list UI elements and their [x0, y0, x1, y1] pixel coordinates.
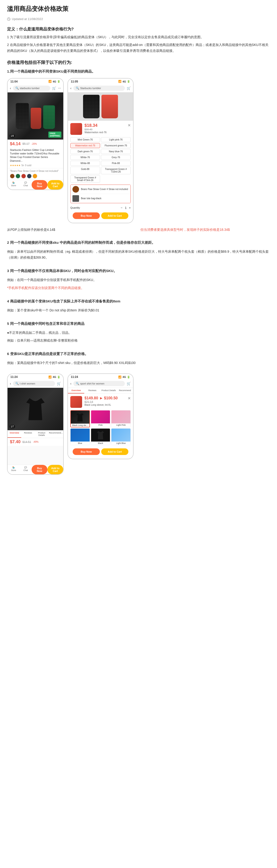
store-tab-l2[interactable]: 🏪 Store: [7, 465, 20, 474]
tab-recommend[interactable]: Recommend...: [48, 430, 63, 438]
modal-product-image: [70, 123, 82, 135]
close-modal-btn-r2[interactable]: ✕: [128, 396, 131, 401]
color-pink88[interactable]: Pink-88: [101, 161, 131, 166]
buy-now-modal[interactable]: Buy Now: [73, 212, 100, 219]
tab-recommend-r2[interactable]: Recommend: [117, 388, 133, 394]
color-grey[interactable]: Grey-76: [101, 155, 131, 160]
clock-icon: [7, 18, 10, 21]
qty-plus[interactable]: +: [129, 206, 131, 210]
chip-green[interactable]: [16, 174, 20, 179]
back-icon-r2[interactable]: ‹: [70, 382, 72, 385]
chat-tab-l2[interactable]: 💬 Chat: [20, 465, 32, 474]
close-modal-btn[interactable]: ✕: [128, 123, 131, 127]
qty-minus[interactable]: −: [121, 206, 123, 210]
tab-reviews-r2[interactable]: Reviews: [84, 388, 101, 394]
chat-tab-left[interactable]: 💬 Chat: [20, 180, 32, 189]
search-bar-left-2[interactable]: 🔍 t shirt women: [13, 381, 55, 386]
tab-reviews[interactable]: Reviews: [21, 430, 35, 438]
search-icon-l2: 🔍: [15, 382, 19, 385]
status-icons-right: 📶 4G 🔋: [118, 80, 130, 83]
chip-dark[interactable]: [27, 174, 32, 179]
thumb-blue[interactable]: Blue: [70, 428, 90, 445]
tab-overview-r2[interactable]: Overview: [68, 388, 84, 394]
discount-badge-left: -20%: [31, 143, 37, 145]
wifi-icon: 4G: [53, 80, 56, 83]
color-fluorescent[interactable]: Fluorescent green-76: [101, 143, 131, 148]
arrow-icon-r2: ▶: [100, 397, 102, 400]
add-cart-modal-r2[interactable]: Add to Cart: [101, 448, 128, 455]
definition-heading: 定义：什么是滥用商品变体价格行为?: [7, 26, 270, 32]
color-gold[interactable]: Gold-88: [70, 167, 100, 174]
qty-controls[interactable]: − 1 +: [121, 206, 131, 210]
left-phone-screen-2: 11:24 📶 4G 🔋 ‹ 🔍 t shirt women 🛒: [7, 374, 63, 474]
signal-icon: 📶: [48, 80, 52, 83]
tab-overview[interactable]: Overview: [7, 430, 21, 438]
search-bar-right-2[interactable]: 🔍 sport shirt for women: [73, 381, 125, 386]
cart-icon-l2[interactable]: 🛒: [57, 382, 61, 385]
back-icon-l2[interactable]: ‹: [10, 382, 11, 385]
back-icon[interactable]: ‹: [10, 86, 11, 90]
left-phone-1: 11:04 📶 4G 🔋 ‹ 🔍 starbucks tumber: [7, 78, 64, 190]
color-darkgreen[interactable]: Dark green-76: [70, 149, 100, 154]
thumb-light-pink[interactable]: Light Pink: [111, 410, 131, 427]
modal-price-info: $18.34 $30.49 Watermelon red-76: [84, 123, 107, 134]
cart-icon-r2[interactable]: 🛒: [127, 382, 131, 385]
color-white88[interactable]: White-88: [70, 161, 100, 166]
buy-now-l2[interactable]: Buy Now: [32, 465, 48, 474]
search-bar-right[interactable]: 🔍 Starbucks tumbler: [73, 86, 125, 91]
qty-section: Quantity − 1 +: [70, 205, 131, 211]
search-icon-r2: 🔍: [76, 382, 79, 385]
cart-icon-right[interactable]: 🛒: [127, 86, 131, 90]
back-icon-r[interactable]: ‹: [70, 86, 72, 90]
special-item-bag[interactable]: Bear tote bag-black: [71, 194, 131, 203]
signal-icon-l2: 📶: [48, 375, 52, 379]
color-watermelon[interactable]: Watermelon red-76: [70, 143, 100, 148]
special-items-section: Bears Paw Straw Cover # Straw not includ…: [70, 185, 131, 203]
color-transparent710[interactable]: Transparent Green # 710ml-26: [101, 167, 131, 174]
search-bar-left[interactable]: 🔍 starbucks tumber: [13, 86, 50, 91]
network-icon-l2: 4G: [53, 375, 56, 378]
color-navyblue[interactable]: Navy blue-76: [101, 149, 131, 154]
product-image-left: FREESHIPPING 1/8: [7, 92, 63, 140]
thumb-light-blue[interactable]: Light Blue: [111, 428, 131, 445]
share-icon-left[interactable]: ⋯: [58, 87, 61, 90]
search-text-l2: t shirt women: [20, 382, 35, 385]
status-bar-right-2: 11:24 📶 4G 🔋: [68, 374, 133, 379]
network-icon-r: 4G: [122, 80, 126, 83]
thumb-black-long[interactable]: Black Long sle...: [70, 410, 90, 427]
thumb-black[interactable]: Black: [91, 428, 110, 445]
battery-icon-l2: 🔋: [57, 375, 60, 379]
color-transparent473[interactable]: Transparent Green # Small 473ml-26: [70, 175, 100, 183]
thumb-black-img: [91, 429, 110, 441]
buy-now-modal-r2[interactable]: Buy Now: [73, 448, 100, 455]
rating-row-left: ★★★★★ 5n 9 sold: [7, 164, 63, 168]
time-left-2: 11:24: [10, 375, 18, 379]
rule-2-title: 2 同一个商品链接的不同变体sku 中的商品是由不同的材料制作而成，但是价格存在…: [7, 240, 270, 245]
add-cart-modal[interactable]: Add to Cart: [101, 212, 128, 219]
color-lightpink[interactable]: Light pink-76: [101, 137, 131, 142]
thumb-pink[interactable]: Pink: [91, 410, 110, 427]
chip-brown[interactable]: [10, 174, 15, 179]
chip-gold[interactable]: [33, 174, 37, 179]
rule-4-block: 4 商品链接中的某个变体SKU包含了实际上并不存在或不准备售卖的Item 例如：…: [7, 299, 270, 313]
status-bar-right: 11:05 📶 4G 🔋: [68, 79, 133, 84]
tab-details-r2[interactable]: Product Details: [101, 388, 117, 394]
bottom-bar-left: 🏪 Store 💬 Chat Buy Now Add to Cart: [7, 180, 63, 189]
special-item-paw[interactable]: Bears Paw Straw Cover # Straw not includ…: [71, 185, 131, 194]
color-mint[interactable]: Mint Green-76: [70, 137, 100, 142]
thumb-black-tshirt2: [97, 431, 104, 439]
store-tab-left[interactable]: 🏪 Store: [7, 180, 20, 189]
add-cart-l2[interactable]: Add to Cart: [48, 465, 63, 474]
right-phone-1: 11:05 📶 4G 🔋 ‹ 🔍 Starbucks tumbler: [67, 78, 134, 223]
buy-now-btn-left[interactable]: Buy Now: [32, 180, 48, 189]
caption-right-1: 但当消费者要选择具体型号时，发现杯子的实际价格是18.34$: [140, 227, 270, 232]
color-white76[interactable]: White-76: [70, 155, 100, 160]
image-counter-l2: 1/7: [9, 425, 15, 428]
chip-red[interactable]: [21, 174, 26, 179]
product-thumbs-grid: Black Long sle... Pink Light Pink: [70, 410, 131, 445]
time-right-2: 11:24: [71, 375, 78, 379]
special-item-paw-label: Bears Paw Straw Cover # Straw not includ…: [81, 188, 128, 190]
cart-icon-left[interactable]: 🛒: [52, 86, 56, 90]
tab-details[interactable]: Product Details: [35, 430, 49, 438]
add-cart-btn-left[interactable]: Add to Cart: [48, 180, 63, 189]
